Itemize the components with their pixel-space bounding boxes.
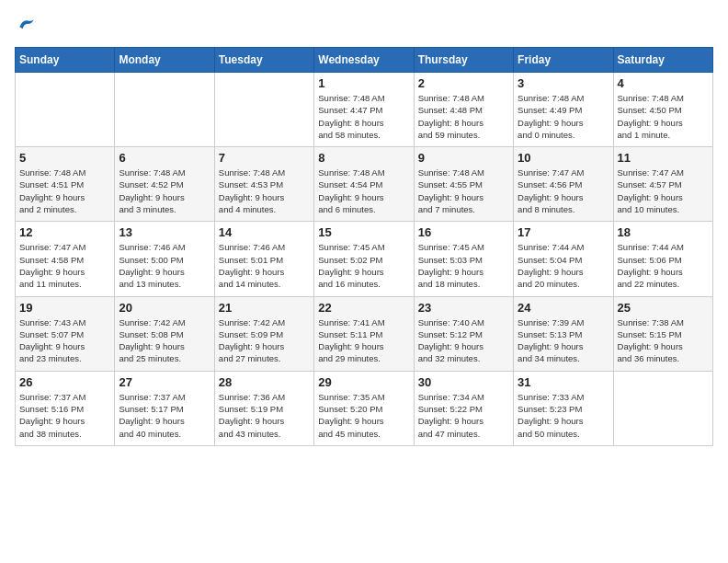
day-number: 20 [119,301,210,315]
day-info: Sunrise: 7:48 AM Sunset: 4:54 PM Dayligh… [318,167,409,215]
weekday-header-friday: Friday [514,48,613,73]
calendar-cell: 27Sunrise: 7:37 AM Sunset: 5:17 PM Dayli… [115,371,214,445]
calendar-cell: 4Sunrise: 7:48 AM Sunset: 4:50 PM Daylig… [613,73,712,147]
calendar-cell: 29Sunrise: 7:35 AM Sunset: 5:20 PM Dayli… [314,371,414,445]
calendar-cell: 19Sunrise: 7:43 AM Sunset: 5:07 PM Dayli… [16,296,115,371]
day-number: 4 [618,76,709,90]
day-number: 17 [518,225,609,239]
day-number: 31 [518,375,609,389]
day-info: Sunrise: 7:47 AM Sunset: 4:56 PM Dayligh… [518,167,609,215]
day-info: Sunrise: 7:46 AM Sunset: 5:01 PM Dayligh… [219,241,310,290]
day-info: Sunrise: 7:46 AM Sunset: 5:00 PM Dayligh… [119,241,210,290]
calendar-cell [214,73,313,147]
weekday-header-sunday: Sunday [16,48,115,73]
day-number: 28 [219,375,310,389]
day-number: 2 [418,76,509,90]
calendar-cell: 7Sunrise: 7:48 AM Sunset: 4:53 PM Daylig… [214,147,313,222]
calendar-row-0: 1Sunrise: 7:48 AM Sunset: 4:47 PM Daylig… [16,73,713,147]
day-info: Sunrise: 7:42 AM Sunset: 5:08 PM Dayligh… [119,316,210,365]
day-number: 10 [518,151,609,165]
day-number: 24 [518,301,609,315]
calendar-row-2: 12Sunrise: 7:47 AM Sunset: 4:58 PM Dayli… [16,222,713,296]
day-number: 7 [219,151,310,165]
day-number: 6 [119,151,210,165]
day-number: 19 [19,301,110,315]
day-number: 16 [418,225,509,239]
day-info: Sunrise: 7:44 AM Sunset: 5:06 PM Dayligh… [618,241,709,290]
day-number: 27 [119,375,210,389]
calendar-body: 1Sunrise: 7:48 AM Sunset: 4:47 PM Daylig… [16,73,713,446]
day-info: Sunrise: 7:33 AM Sunset: 5:23 PM Dayligh… [518,391,609,440]
logo-bird-icon [17,15,35,33]
day-info: Sunrise: 7:47 AM Sunset: 4:57 PM Dayligh… [618,167,709,215]
calendar-cell [16,73,115,147]
day-number: 1 [318,76,409,90]
day-info: Sunrise: 7:36 AM Sunset: 5:19 PM Dayligh… [219,391,310,440]
calendar-cell: 15Sunrise: 7:45 AM Sunset: 5:02 PM Dayli… [314,222,414,296]
calendar-cell [613,371,712,445]
calendar-row-4: 26Sunrise: 7:37 AM Sunset: 5:16 PM Dayli… [16,371,713,445]
day-number: 26 [19,375,110,389]
day-info: Sunrise: 7:48 AM Sunset: 4:55 PM Dayligh… [418,167,509,215]
day-number: 9 [418,151,509,165]
calendar-cell: 8Sunrise: 7:48 AM Sunset: 4:54 PM Daylig… [314,147,414,222]
calendar-table: SundayMondayTuesdayWednesdayThursdayFrid… [15,47,713,446]
day-number: 30 [418,375,509,389]
day-number: 5 [19,151,110,165]
calendar-cell: 31Sunrise: 7:33 AM Sunset: 5:23 PM Dayli… [514,371,613,445]
day-info: Sunrise: 7:37 AM Sunset: 5:16 PM Dayligh… [19,391,110,440]
day-info: Sunrise: 7:39 AM Sunset: 5:13 PM Dayligh… [518,316,609,365]
calendar-cell: 9Sunrise: 7:48 AM Sunset: 4:55 PM Daylig… [414,147,513,222]
day-info: Sunrise: 7:38 AM Sunset: 5:15 PM Dayligh… [618,316,709,365]
day-number: 25 [618,301,709,315]
calendar-cell: 21Sunrise: 7:42 AM Sunset: 5:09 PM Dayli… [214,296,313,371]
day-info: Sunrise: 7:48 AM Sunset: 4:48 PM Dayligh… [418,92,509,141]
day-number: 21 [219,301,310,315]
calendar-cell [115,73,214,147]
calendar-cell: 20Sunrise: 7:42 AM Sunset: 5:08 PM Dayli… [115,296,214,371]
day-info: Sunrise: 7:40 AM Sunset: 5:12 PM Dayligh… [418,316,509,365]
day-info: Sunrise: 7:47 AM Sunset: 4:58 PM Dayligh… [19,241,110,290]
day-info: Sunrise: 7:45 AM Sunset: 5:02 PM Dayligh… [318,241,409,290]
calendar-cell: 3Sunrise: 7:48 AM Sunset: 4:49 PM Daylig… [514,73,613,147]
day-info: Sunrise: 7:48 AM Sunset: 4:50 PM Dayligh… [618,92,709,141]
day-info: Sunrise: 7:41 AM Sunset: 5:11 PM Dayligh… [318,316,409,365]
page-header [15,15,713,38]
day-info: Sunrise: 7:37 AM Sunset: 5:17 PM Dayligh… [119,391,210,440]
day-number: 18 [618,225,709,239]
calendar-row-1: 5Sunrise: 7:48 AM Sunset: 4:51 PM Daylig… [16,147,713,222]
weekday-header-thursday: Thursday [414,48,513,73]
day-info: Sunrise: 7:44 AM Sunset: 5:04 PM Dayligh… [518,241,609,290]
weekday-header-tuesday: Tuesday [214,48,313,73]
day-info: Sunrise: 7:35 AM Sunset: 5:20 PM Dayligh… [318,391,409,440]
weekday-header-saturday: Saturday [613,48,712,73]
day-number: 14 [219,225,310,239]
day-info: Sunrise: 7:48 AM Sunset: 4:49 PM Dayligh… [518,92,609,141]
calendar-cell: 23Sunrise: 7:40 AM Sunset: 5:12 PM Dayli… [414,296,513,371]
logo-text-block [15,15,35,38]
day-number: 15 [318,225,409,239]
day-info: Sunrise: 7:34 AM Sunset: 5:22 PM Dayligh… [418,391,509,440]
day-info: Sunrise: 7:48 AM Sunset: 4:52 PM Dayligh… [119,167,210,215]
day-number: 23 [418,301,509,315]
day-number: 8 [318,151,409,165]
day-number: 11 [618,151,709,165]
day-number: 3 [518,76,609,90]
logo [15,15,35,38]
calendar-cell: 30Sunrise: 7:34 AM Sunset: 5:22 PM Dayli… [414,371,513,445]
calendar-cell: 25Sunrise: 7:38 AM Sunset: 5:15 PM Dayli… [613,296,712,371]
calendar-cell: 5Sunrise: 7:48 AM Sunset: 4:51 PM Daylig… [16,147,115,222]
day-info: Sunrise: 7:48 AM Sunset: 4:51 PM Dayligh… [19,167,110,215]
calendar-cell: 26Sunrise: 7:37 AM Sunset: 5:16 PM Dayli… [16,371,115,445]
calendar-cell: 24Sunrise: 7:39 AM Sunset: 5:13 PM Dayli… [514,296,613,371]
calendar-cell: 16Sunrise: 7:45 AM Sunset: 5:03 PM Dayli… [414,222,513,296]
day-number: 12 [19,225,110,239]
day-info: Sunrise: 7:48 AM Sunset: 4:53 PM Dayligh… [219,167,310,215]
day-info: Sunrise: 7:43 AM Sunset: 5:07 PM Dayligh… [19,316,110,365]
day-info: Sunrise: 7:42 AM Sunset: 5:09 PM Dayligh… [219,316,310,365]
calendar-cell: 1Sunrise: 7:48 AM Sunset: 4:47 PM Daylig… [314,73,414,147]
calendar-cell: 13Sunrise: 7:46 AM Sunset: 5:00 PM Dayli… [115,222,214,296]
weekday-header-monday: Monday [115,48,214,73]
day-number: 29 [318,375,409,389]
calendar-cell: 11Sunrise: 7:47 AM Sunset: 4:57 PM Dayli… [613,147,712,222]
